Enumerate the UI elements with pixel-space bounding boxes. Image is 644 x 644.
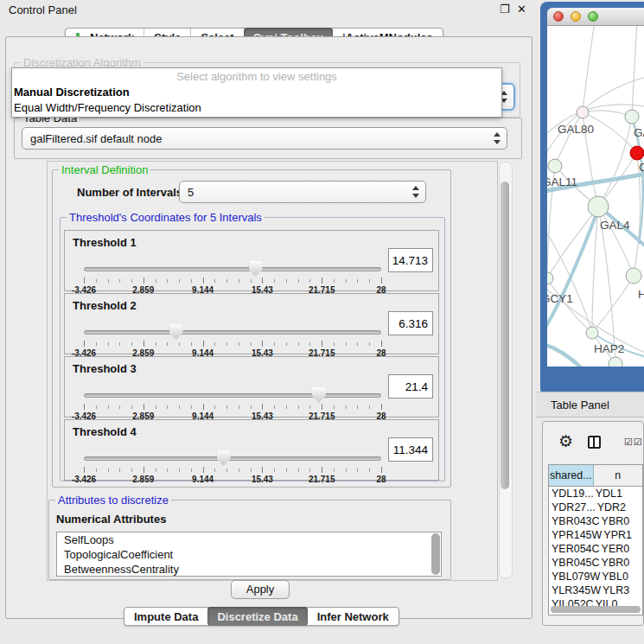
slider-track[interactable] <box>84 330 381 335</box>
tick-mark <box>143 341 144 347</box>
attribute-list-item[interactable]: SelfLoops <box>57 532 441 547</box>
tick-label: 2.859 <box>132 475 154 484</box>
tick-mark <box>108 279 109 283</box>
table-cell: YDR2 <box>596 501 642 513</box>
dropdown-option[interactable]: Manual Discretization <box>12 85 501 100</box>
tick-mark <box>346 405 347 409</box>
table-row[interactable]: YPR145WYPR1 <box>549 528 642 542</box>
attributes-group: Attributes to discretize Numerical Attri… <box>48 500 451 580</box>
dropdown-prompt-item[interactable]: Select algorithm to view settings <box>12 68 501 85</box>
tick-mark <box>239 405 239 409</box>
threshold-panel: Threshold 2-3.4262.8599.14415.4321.71528… <box>64 293 439 354</box>
network-node-green[interactable] <box>609 357 622 367</box>
table-cell: YDL1 <box>594 488 642 500</box>
slider-thumb[interactable] <box>169 324 183 340</box>
table-horizontal-scrollbar-thumb[interactable] <box>551 606 641 613</box>
number-of-intervals-combobox[interactable]: 5 <box>179 181 426 203</box>
threshold-value-field[interactable]: 14.713 <box>388 248 433 272</box>
slider-thumb[interactable] <box>312 387 326 403</box>
node-label: C <box>639 161 644 174</box>
slider-track[interactable] <box>84 393 381 398</box>
node-label: GAL80 <box>558 123 594 136</box>
apply-button[interactable]: Apply <box>231 580 290 599</box>
table-data-combobox-value: galFiltered.sif default node <box>30 132 162 145</box>
network-edge <box>634 123 643 244</box>
threshold-slider[interactable]: -3.4262.8599.14415.4321.71528 <box>84 264 381 290</box>
combo-stepper-icon <box>412 186 419 198</box>
table-cell: YBR043C <box>549 515 600 527</box>
column-header-name[interactable]: n <box>594 465 642 486</box>
dropdown-option[interactable]: Equal Width/Frequency Discretization <box>12 100 501 116</box>
node-label: HAP2 <box>594 342 624 355</box>
table-cell: YER054C <box>549 543 600 555</box>
minimize-traffic-light[interactable] <box>571 11 581 22</box>
scrollbar-thumb[interactable] <box>501 182 509 489</box>
tick-mark <box>131 405 132 409</box>
tick-mark <box>191 469 192 472</box>
table-panel-titlebar: Table Panel <box>536 392 644 418</box>
attributes-scrollbar-thumb[interactable] <box>431 533 440 575</box>
float-window-icon[interactable]: ❐ <box>500 3 510 16</box>
tick-mark <box>369 342 370 346</box>
number-of-intervals-label: Number of Intervals <box>77 186 182 199</box>
close-window-icon[interactable]: ✕ <box>517 3 526 16</box>
gear-icon[interactable]: ⚙ <box>558 433 573 450</box>
column-header-shared-name[interactable]: shared... <box>549 465 594 486</box>
tick-mark <box>96 405 97 409</box>
table-cell: YBR0 <box>600 515 642 527</box>
slider-thumb[interactable] <box>217 450 231 466</box>
slider-thumb[interactable] <box>249 261 263 277</box>
slider-track[interactable] <box>84 456 381 461</box>
tab-infer-network[interactable]: Infer Network <box>308 608 399 625</box>
table-row[interactable]: YER054CYER0 <box>549 542 642 556</box>
table-row[interactable]: YDL19...YDL1 <box>549 487 642 501</box>
network-node-green[interactable] <box>547 272 553 284</box>
threshold-panel: Threshold 1-3.4262.8599.14415.4321.71528… <box>64 230 439 291</box>
threshold-slider[interactable]: -3.4262.8599.14415.4321.71528 <box>84 453 381 479</box>
table-row[interactable]: YLR345WYLR3 <box>549 583 642 597</box>
tick-label: 28 <box>376 475 386 484</box>
network-canvas[interactable]: GAL80GACGAL11GAL4GCY1HHAP2 <box>547 26 644 367</box>
table-row[interactable]: YBL079WYBL0 <box>549 570 642 583</box>
tick-mark <box>167 405 168 409</box>
algorithm-dropdown-popup: Select algorithm to view settings Manual… <box>11 67 502 118</box>
network-node-green[interactable] <box>588 196 609 217</box>
tab-impute-data[interactable]: Impute Data <box>124 608 207 625</box>
column-layout-icon[interactable] <box>588 436 601 449</box>
network-edge <box>598 117 632 207</box>
checkbox-columns-icon[interactable]: ☑☑ <box>624 437 643 448</box>
threshold-value-field[interactable]: 11.344 <box>388 437 433 462</box>
node-label: GCY1 <box>547 292 573 305</box>
table-data-combobox[interactable]: galFiltered.sif default node <box>22 127 507 150</box>
network-node-green[interactable] <box>626 268 641 284</box>
tick-mark <box>334 279 335 283</box>
threshold-label: Threshold 1 <box>73 236 137 249</box>
threshold-slider[interactable]: -3.4262.8599.14415.4321.71528 <box>84 327 381 353</box>
slider-track[interactable] <box>84 267 381 271</box>
threshold-value-field[interactable]: 21.4 <box>388 374 433 399</box>
zoom-traffic-light[interactable] <box>588 11 598 22</box>
tick-mark <box>226 405 227 409</box>
tick-label: 21.715 <box>309 475 335 484</box>
table-row[interactable]: YDR27...YDR2 <box>549 501 642 514</box>
tick-mark <box>203 277 204 284</box>
network-node-green[interactable] <box>625 110 639 124</box>
tick-mark <box>262 404 263 410</box>
threshold-slider[interactable]: -3.4262.8599.14415.4321.71528 <box>84 390 381 416</box>
thresholds-group-title: Threshold's Coordinates for 5 Intervals <box>67 211 265 224</box>
threshold-value-field[interactable]: 6.316 <box>388 311 433 335</box>
tab-discretize-data[interactable]: Discretize Data <box>207 607 307 626</box>
network-node-green[interactable] <box>548 159 562 173</box>
table-row[interactable]: YBR045CYBR0 <box>549 556 642 570</box>
table-row[interactable]: YBR043CYBR0 <box>549 514 642 528</box>
close-traffic-light[interactable] <box>553 11 564 22</box>
tick-mark <box>262 467 263 473</box>
network-node-pink[interactable] <box>577 106 589 118</box>
network-node-red[interactable] <box>630 146 644 160</box>
settings-vertical-scrollbar[interactable] <box>499 162 513 578</box>
network-window-titlebar[interactable] <box>547 8 644 26</box>
attribute-list-item[interactable]: TopologicalCoefficient <box>57 547 441 562</box>
network-node-green[interactable] <box>586 327 598 339</box>
attribute-list-item[interactable]: BetweennessCentrality <box>57 562 441 577</box>
tick-mark <box>322 277 322 284</box>
